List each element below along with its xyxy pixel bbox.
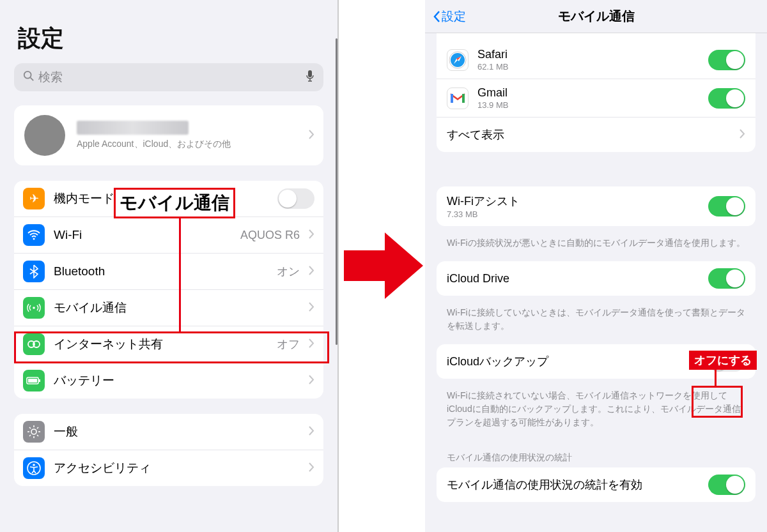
icloud-drive-toggle[interactable] xyxy=(708,268,745,289)
icloud-drive-card: iCloud Drive xyxy=(437,261,755,296)
gmail-toggle[interactable] xyxy=(708,88,745,109)
system-card: 一般 アクセシビリティ xyxy=(14,414,323,486)
profile-name-redacted xyxy=(77,121,189,135)
apps-usage-card: Safari62.1 MB Gmail13.9 MB すべて表示 xyxy=(437,33,755,152)
svg-rect-10 xyxy=(28,379,37,383)
nav-title: モバイル通信 xyxy=(558,8,635,25)
settings-root-panel: 設定 検索 Apple Account、iCloud、およびその他 ✈︎ 機内モ… xyxy=(0,0,339,532)
svg-point-22 xyxy=(33,464,35,466)
chevron-right-icon xyxy=(309,266,314,277)
svg-rect-2 xyxy=(308,70,312,77)
hotspot-icon xyxy=(23,333,45,355)
wifi-assist-size: 7.33 MB xyxy=(447,209,699,219)
svg-line-18 xyxy=(37,435,38,436)
chevron-right-icon xyxy=(309,130,314,141)
svg-rect-11 xyxy=(39,379,40,382)
wifi-assist-title: Wi-Fiアシスト xyxy=(447,194,699,209)
wifi-assist-note: Wi-Fiの接続状況が悪いときに自動的にモバイルデータ通信を使用します。 xyxy=(425,235,767,261)
hotspot-value: オフ xyxy=(277,337,300,352)
icloud-backup-note: Wi-Fiに接続されていない場合、モバイル通信ネットワークを使用してiCloud… xyxy=(425,388,767,441)
row-battery[interactable]: バッテリー xyxy=(14,363,323,399)
chevron-right-icon xyxy=(309,302,314,314)
svg-point-0 xyxy=(24,71,31,78)
chevron-right-icon xyxy=(309,229,314,241)
cellular-icon xyxy=(23,297,45,319)
annotation-arrow-right xyxy=(344,227,423,304)
airplane-toggle[interactable] xyxy=(277,188,314,209)
mic-icon[interactable] xyxy=(306,70,314,86)
row-hotspot[interactable]: インターネット共有 オフ xyxy=(14,326,323,363)
profile-subtitle: Apple Account、iCloud、およびその他 xyxy=(77,139,300,150)
battery-icon xyxy=(23,370,45,391)
app-row-safari[interactable]: Safari62.1 MB xyxy=(437,41,755,79)
row-bluetooth[interactable]: Bluetooth オン xyxy=(14,254,323,290)
search-placeholder: 検索 xyxy=(38,69,302,86)
row-wifi[interactable]: Wi-Fi AQUOS R6 xyxy=(14,217,323,254)
row-accessibility[interactable]: アクセシビリティ xyxy=(14,450,323,486)
search-icon xyxy=(23,70,35,85)
annotation-callout-off: オフにする xyxy=(689,351,757,370)
bluetooth-label: Bluetooth xyxy=(54,264,268,278)
chevron-right-icon xyxy=(309,462,314,474)
wifi-label: Wi-Fi xyxy=(54,228,231,242)
chevron-right-icon xyxy=(309,338,314,350)
wifi-value: AQUOS R6 xyxy=(240,229,300,242)
svg-point-5 xyxy=(33,238,35,240)
chevron-right-icon xyxy=(740,129,745,141)
chevron-right-icon xyxy=(309,426,314,437)
annotation-connector-line-off xyxy=(715,369,717,387)
scrollbar[interactable] xyxy=(336,38,337,345)
profile-row[interactable]: Apple Account、iCloud、およびその他 xyxy=(14,105,323,165)
accessibility-label: アクセシビリティ xyxy=(54,460,300,476)
bluetooth-icon xyxy=(23,261,45,282)
gmail-size: 13.9 MB xyxy=(477,100,699,110)
wifi-assist-toggle[interactable] xyxy=(708,196,745,217)
accessibility-icon xyxy=(23,457,45,479)
icloud-backup-title: iCloudバックアップ xyxy=(447,354,699,369)
svg-rect-25 xyxy=(451,94,453,103)
bluetooth-value: オン xyxy=(277,264,300,279)
back-button[interactable]: 設定 xyxy=(433,8,466,25)
svg-rect-26 xyxy=(462,94,465,103)
wifi-assist-row[interactable]: Wi-Fiアシスト7.33 MB xyxy=(437,186,755,226)
annotation-connector-line xyxy=(179,217,181,333)
stats-enable-row[interactable]: モバイル通信の使用状況の統計を有効 xyxy=(437,467,755,502)
safari-size: 62.1 MB xyxy=(477,62,699,72)
battery-label: バッテリー xyxy=(54,372,300,389)
row-cellular[interactable]: モバイル通信 xyxy=(14,290,323,326)
avatar xyxy=(24,115,65,156)
hotspot-label: インターネット共有 xyxy=(54,336,268,353)
safari-toggle[interactable] xyxy=(708,50,745,70)
cellular-detail-panel: 設定 モバイル通信 Safari62.1 MB Gmail13.9 MB すべて… xyxy=(425,0,767,532)
svg-point-12 xyxy=(31,429,36,434)
icloud-drive-row[interactable]: iCloud Drive xyxy=(437,261,755,296)
show-all-label: すべて表示 xyxy=(447,127,731,142)
back-label: 設定 xyxy=(442,8,466,25)
safari-name: Safari xyxy=(477,48,699,61)
stats-enable-toggle[interactable] xyxy=(708,475,745,495)
search-field[interactable]: 検索 xyxy=(14,63,323,91)
gear-icon xyxy=(23,421,45,443)
stats-section-header: モバイル通信の使用状況の統計 xyxy=(425,441,767,467)
nav-bar: 設定 モバイル通信 xyxy=(425,0,767,33)
stats-enable-label: モバイル通信の使用状況の統計を有効 xyxy=(447,477,699,492)
wifi-icon xyxy=(23,224,45,246)
icloud-drive-note: Wi-Fiに接続していないときは、モバイルデータ通信を使って書類とデータを転送し… xyxy=(425,305,767,344)
cellular-label: モバイル通信 xyxy=(54,300,300,316)
app-row-gmail[interactable]: Gmail13.9 MB xyxy=(437,79,755,118)
gmail-icon xyxy=(447,87,469,109)
svg-point-6 xyxy=(33,307,35,309)
page-title: 設定 xyxy=(10,0,327,63)
svg-line-1 xyxy=(31,77,34,80)
airplane-icon: ✈︎ xyxy=(23,188,45,209)
annotation-callout-cellular: モバイル通信 xyxy=(114,188,235,218)
svg-line-17 xyxy=(29,427,31,429)
profile-card: Apple Account、iCloud、およびその他 xyxy=(14,105,323,165)
chevron-right-icon xyxy=(309,375,314,386)
stats-card: モバイル通信の使用状況の統計を有効 xyxy=(437,467,755,502)
gmail-name: Gmail xyxy=(477,86,699,100)
wifi-assist-card: Wi-Fiアシスト7.33 MB xyxy=(437,186,755,226)
show-all-row[interactable]: すべて表示 xyxy=(437,118,755,152)
row-general[interactable]: 一般 xyxy=(14,414,323,450)
safari-icon xyxy=(447,49,469,71)
